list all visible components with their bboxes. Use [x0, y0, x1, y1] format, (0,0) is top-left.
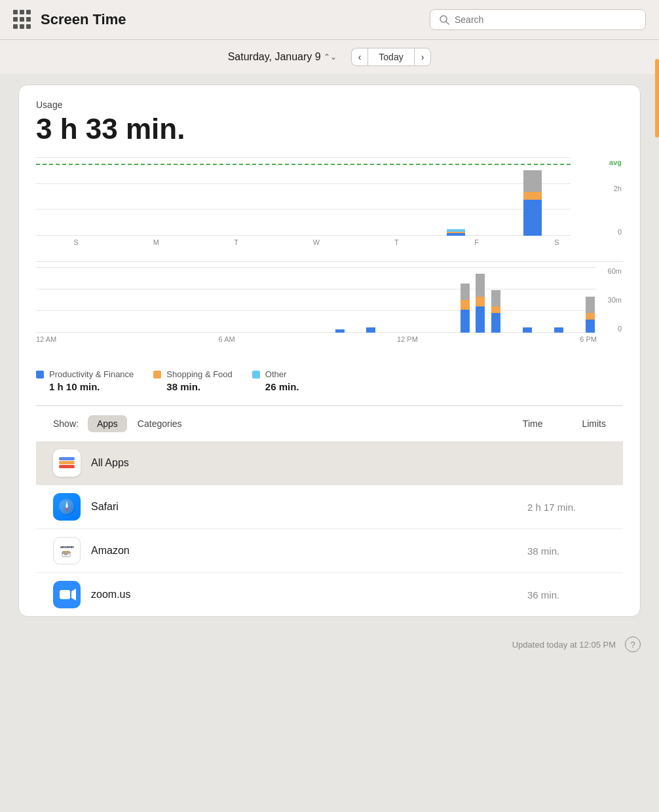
safari-label: Safari [91, 501, 517, 513]
daily-x-labels: 12 AM 6 AM 12 PM 6 PM [36, 335, 597, 343]
avg-line [36, 164, 571, 165]
usage-label: Usage [36, 100, 623, 110]
legend-time-productivity: 1 h 10 min. [36, 381, 134, 392]
search-input[interactable] [455, 14, 636, 25]
weekly-x-labels: S M T W T F S [36, 238, 597, 246]
legend-item-shopping: Shopping & Food 38 min. [153, 369, 232, 392]
usage-card: Usage 3 h 33 min. [18, 84, 641, 617]
x-label-s1: S [36, 238, 116, 246]
svg-rect-4 [59, 457, 75, 460]
show-bar: Show: Apps Categories Time Limits [36, 405, 623, 441]
x-label-12am: 12 AM [36, 335, 56, 343]
zoom-time: 36 min. [527, 589, 606, 600]
today-button[interactable]: Today [367, 48, 413, 66]
nav-arrows: ‹ Today › [351, 48, 432, 66]
app-row-zoom[interactable]: zoom.us 36 min. [36, 573, 623, 616]
help-button[interactable]: ? [625, 637, 641, 652]
app-row-amazon[interactable]: amazon Amazon 38 min. [36, 529, 623, 573]
x-label-s2: S [517, 238, 597, 246]
footer-updated-text: Updated today at 12:05 PM [512, 640, 616, 650]
nav-bar: Saturday, January 9 ⌃⌄ ‹ Today › [0, 40, 659, 74]
all-apps-icon [53, 449, 81, 477]
y-label-30m: 30m [608, 296, 622, 304]
amazon-icon: amazon [53, 537, 81, 564]
next-button[interactable]: › [414, 48, 432, 66]
legend-item-other: Other 26 min. [252, 369, 299, 392]
app-row-safari[interactable]: Safari 2 h 17 min. [36, 485, 623, 529]
legend-dot-productivity [36, 371, 44, 378]
legend-dot-shopping [153, 371, 161, 378]
y-label-2h: 2h [614, 185, 622, 193]
footer: Updated today at 12:05 PM ? [0, 627, 659, 661]
tab-apps[interactable]: Apps [88, 415, 127, 432]
daily-chart-inner [36, 267, 597, 333]
app-list: All Apps [36, 441, 623, 616]
y-label-60m: 60m [608, 267, 622, 275]
weekly-bar-col [113, 157, 189, 236]
x-label-6pm: 6 PM [580, 335, 597, 343]
weekly-chart: avg 2h 0 S M T W T F S [36, 157, 623, 262]
daily-chart: 60m 30m 0 12 AM 6 AM 12 PM 6 PM [36, 267, 623, 359]
weekly-bar-col [189, 157, 265, 236]
weekly-bar-col [36, 157, 113, 236]
all-apps-label: All Apps [91, 457, 606, 469]
col-header-limits: Limits [582, 418, 606, 429]
prev-button[interactable]: ‹ [351, 48, 368, 66]
y-label-0d: 0 [618, 325, 622, 333]
legend: Productivity & Finance 1 h 10 min. Shopp… [36, 359, 623, 405]
weekly-bar-col [265, 157, 342, 236]
date-label[interactable]: Saturday, January 9 ⌃⌄ [228, 51, 337, 63]
weekly-bar-col [494, 157, 571, 236]
col-header-time: Time [523, 418, 543, 429]
col-headers: Time Limits [200, 418, 606, 429]
search-bar[interactable] [430, 9, 646, 30]
tab-categories[interactable]: Categories [128, 415, 191, 432]
amazon-label: Amazon [91, 545, 517, 557]
legend-time-shopping: 38 min. [153, 381, 232, 392]
legend-name-productivity: Productivity & Finance [49, 369, 134, 379]
svg-rect-14 [60, 590, 70, 599]
usage-total: 3 h 33 min. [36, 113, 623, 145]
legend-item-productivity: Productivity & Finance 1 h 10 min. [36, 369, 134, 392]
search-icon [440, 15, 449, 25]
all-apps-row[interactable]: All Apps [36, 441, 623, 485]
x-label-6am: 6 AM [219, 335, 235, 343]
zoom-icon [53, 581, 81, 608]
show-tabs: Apps Categories [88, 415, 191, 432]
zoom-label: zoom.us [91, 589, 517, 600]
x-label-w: W [276, 238, 356, 246]
svg-marker-15 [71, 589, 76, 600]
svg-line-1 [446, 22, 449, 24]
grid-icon [13, 10, 33, 29]
weekly-bars [36, 157, 571, 236]
svg-point-12 [66, 552, 69, 555]
legend-name-shopping: Shopping & Food [166, 369, 232, 379]
weekly-bar-col [418, 157, 495, 236]
legend-dot-other [252, 371, 260, 378]
x-label-t2: T [356, 238, 436, 246]
daily-bars [36, 267, 597, 333]
legend-name-other: Other [265, 369, 287, 379]
date-chevron-icon: ⌃⌄ [324, 52, 337, 62]
svg-point-9 [66, 506, 68, 508]
show-label: Show: [53, 418, 79, 429]
x-label-12pm: 12 PM [397, 335, 418, 343]
svg-rect-2 [59, 465, 75, 468]
main-content: Usage 3 h 33 min. [0, 74, 659, 627]
safari-time: 2 h 17 min. [527, 502, 606, 513]
scroll-accent [655, 59, 659, 138]
x-label-t1: T [197, 238, 276, 246]
amazon-time: 38 min. [527, 545, 606, 557]
legend-time-other: 26 min. [252, 381, 299, 392]
y-label-0w: 0 [618, 228, 622, 236]
avg-label: avg [609, 158, 622, 166]
weekly-bar-col [341, 157, 418, 236]
header: Screen Time [0, 0, 659, 40]
svg-rect-3 [59, 461, 75, 464]
x-label-m: M [116, 238, 196, 246]
safari-icon [53, 493, 81, 521]
x-label-f: F [436, 238, 516, 246]
app-title: Screen Time [41, 11, 430, 28]
